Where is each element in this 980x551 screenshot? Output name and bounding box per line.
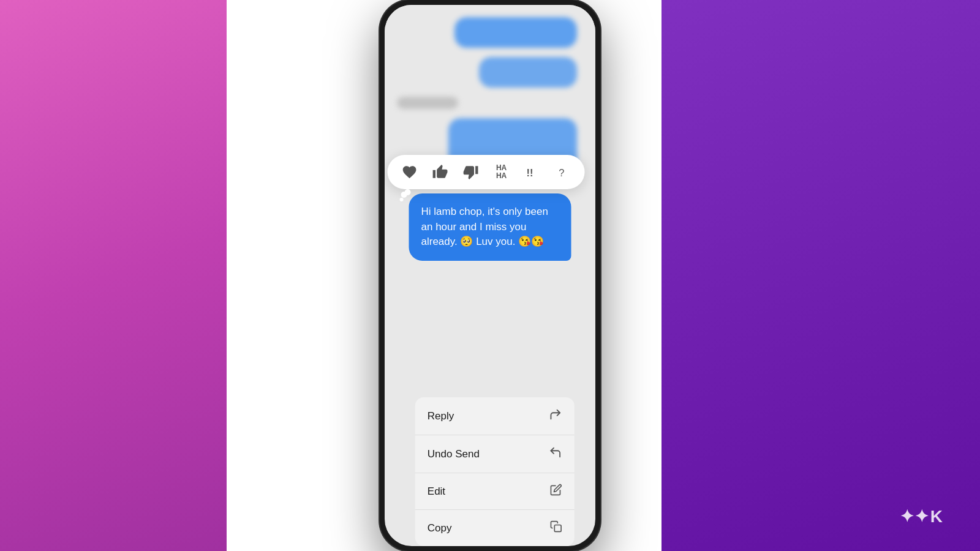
reaction-thumbsdown[interactable] <box>460 161 482 183</box>
edit-label: Edit <box>428 485 445 498</box>
reaction-bubble-tail <box>405 189 411 195</box>
context-menu: Reply Undo Send Edit <box>415 397 575 546</box>
undo-send-icon <box>549 446 562 462</box>
blurred-bubble-2 <box>479 57 577 88</box>
reply-icon <box>549 408 562 424</box>
copy-label: Copy <box>428 522 452 534</box>
svg-rect-2 <box>554 525 561 532</box>
haha-text: HAHA <box>496 164 507 180</box>
background-left <box>0 0 227 551</box>
reaction-haha[interactable]: HAHA <box>491 161 513 183</box>
message-bubble[interactable]: Hi lamb chop, it's only been an hour and… <box>409 193 571 261</box>
reaction-question[interactable]: ? <box>552 161 574 183</box>
context-menu-copy[interactable]: Copy <box>415 510 575 546</box>
reaction-thumbsup[interactable] <box>429 161 451 183</box>
undo-send-label: Undo Send <box>428 448 480 460</box>
message-text: Hi lamb chop, it's only been an hour and… <box>421 206 548 247</box>
context-menu-undo-send[interactable]: Undo Send <box>415 435 575 473</box>
reply-label: Reply <box>428 410 454 422</box>
reaction-exclamation[interactable]: !! <box>521 161 543 183</box>
background-right <box>662 0 980 551</box>
edit-icon <box>550 484 562 499</box>
watermark: ✦✦K <box>900 506 943 527</box>
context-menu-reply[interactable]: Reply <box>415 397 575 435</box>
watermark-dots: ✦✦ <box>900 506 929 527</box>
svg-text:?: ? <box>559 167 564 178</box>
phone-frame: HAHA !! ? Hi lamb cho <box>380 0 600 551</box>
reaction-bubble-dot <box>400 198 404 201</box>
copy-icon <box>550 520 562 536</box>
context-menu-edit[interactable]: Edit <box>415 473 575 510</box>
blurred-text <box>397 97 458 109</box>
svg-text:!!: !! <box>526 167 533 178</box>
reaction-heart[interactable] <box>399 161 421 183</box>
phone-screen: HAHA !! ? Hi lamb cho <box>385 5 595 546</box>
reaction-bar: HAHA !! ? <box>388 155 585 189</box>
watermark-letter: K <box>930 507 943 526</box>
messages-area: HAHA !! ? Hi lamb cho <box>385 5 595 317</box>
blurred-bubble-1 <box>454 17 577 48</box>
